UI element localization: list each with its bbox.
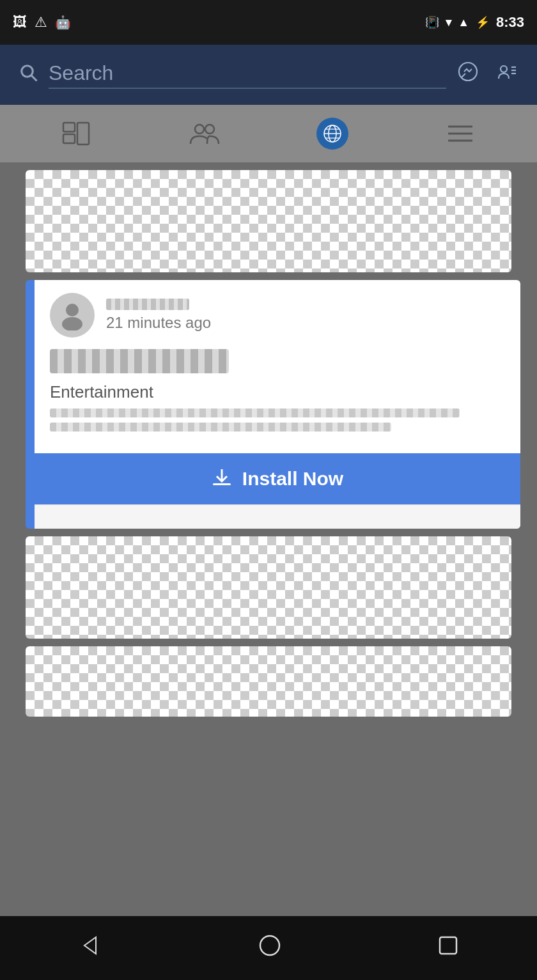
svg-point-20	[66, 304, 79, 316]
nav-item-friends[interactable]	[179, 114, 230, 153]
placeholder-card-3	[26, 646, 511, 717]
ad-desc-line-2	[50, 423, 391, 432]
status-bar-right: 📳 ▾ ▲ ⚡ 8:33	[425, 14, 524, 31]
nav-item-explore[interactable]	[307, 114, 358, 153]
svg-point-2	[459, 63, 477, 81]
header-icons	[456, 61, 518, 89]
ad-blue-strip	[26, 280, 35, 529]
ad-desc-lines	[50, 408, 505, 432]
android-icon: 🤖	[55, 15, 71, 30]
vibrate-icon: 📳	[425, 15, 439, 29]
messenger-icon[interactable]	[456, 61, 479, 89]
svg-point-11	[205, 125, 214, 134]
ad-username-blur	[106, 299, 189, 310]
header: Search	[0, 45, 537, 105]
svg-point-21	[62, 317, 82, 331]
install-now-button[interactable]: Install Now	[35, 453, 520, 504]
globe-icon	[316, 118, 348, 150]
ad-user-row: 21 minutes ago	[50, 293, 505, 338]
ad-time: 21 minutes ago	[106, 314, 211, 332]
back-icon[interactable]	[78, 933, 102, 963]
contacts-icon[interactable]	[495, 61, 518, 89]
svg-line-1	[31, 75, 37, 81]
status-bar-left: 🖼 ⚠ 🤖	[13, 14, 71, 31]
placeholder-card-2	[26, 536, 511, 639]
svg-rect-22	[213, 483, 231, 485]
ad-user-info: 21 minutes ago	[106, 299, 211, 332]
svg-marker-23	[84, 937, 96, 954]
svg-rect-25	[440, 937, 456, 954]
svg-rect-7	[63, 123, 75, 132]
placeholder-card-1	[26, 170, 511, 272]
battery-icon: ⚡	[476, 15, 490, 29]
svg-point-24	[260, 936, 279, 955]
svg-point-3	[501, 66, 507, 72]
ad-category: Entertainment	[50, 382, 505, 402]
nav-item-menu[interactable]	[435, 114, 486, 153]
home-circle-icon[interactable]	[258, 933, 282, 963]
download-icon	[212, 467, 232, 492]
ad-card: 21 minutes ago Entertainment	[35, 280, 520, 529]
wifi-icon: ▾	[446, 15, 451, 29]
ad-desc-line-1	[50, 408, 460, 417]
nav-item-newsfeed[interactable]	[51, 114, 102, 153]
search-input[interactable]: Search	[49, 61, 446, 89]
recents-icon[interactable]	[437, 935, 459, 962]
install-now-label: Install Now	[242, 468, 343, 490]
avatar	[50, 293, 95, 338]
search-icon	[19, 63, 38, 87]
bottom-nav	[0, 916, 537, 980]
svg-point-10	[195, 125, 204, 134]
feed: 21 minutes ago Entertainment	[0, 162, 537, 724]
svg-rect-9	[77, 123, 89, 144]
ad-card-wrapper: 21 minutes ago Entertainment	[26, 280, 511, 529]
ad-card-inner: 21 minutes ago Entertainment	[35, 280, 520, 453]
warning-icon: ⚠	[35, 14, 47, 31]
signal-icon: ▲	[458, 16, 469, 29]
ad-reactions-row	[35, 504, 520, 529]
image-icon: 🖼	[13, 14, 27, 31]
svg-point-0	[22, 65, 33, 77]
svg-rect-8	[63, 134, 75, 143]
nav-bar	[0, 105, 537, 162]
status-bar: 🖼 ⚠ 🤖 📳 ▾ ▲ ⚡ 8:33	[0, 0, 537, 45]
ad-title-blur	[50, 349, 229, 373]
search-container[interactable]: Search	[19, 61, 446, 89]
clock: 8:33	[496, 14, 524, 31]
